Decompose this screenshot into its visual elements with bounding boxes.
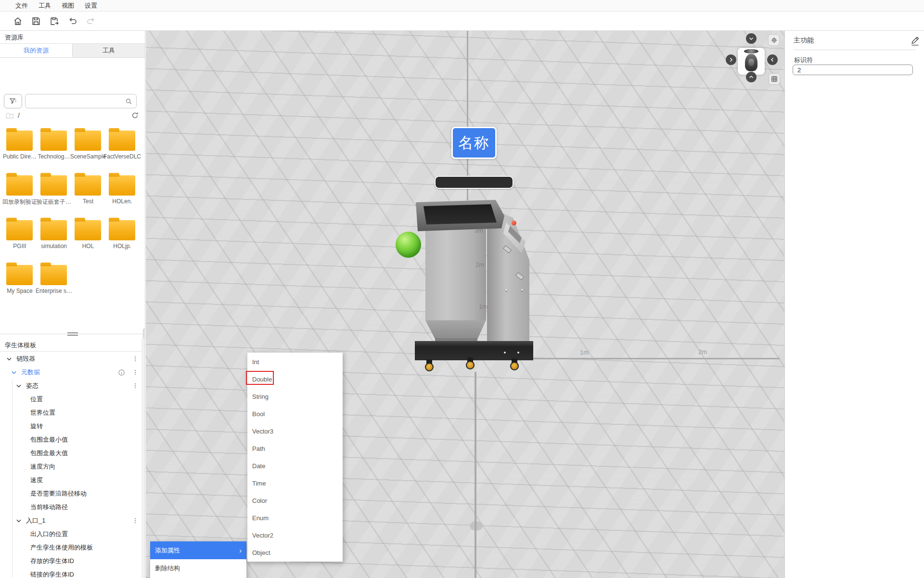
tree-item[interactable]: 速度方向 <box>0 460 145 473</box>
kebab-menu-icon[interactable] <box>132 369 139 376</box>
redo-button[interactable] <box>85 15 97 27</box>
tree-item[interactable]: 产生孪生体使用的模板 <box>0 541 145 554</box>
locate-button[interactable] <box>769 35 779 45</box>
rotate-up-button[interactable] <box>746 72 757 82</box>
folder-item[interactable]: FactVerseDLC <box>105 125 139 170</box>
folder-item[interactable]: SceneSample <box>71 125 105 170</box>
tree-item[interactable]: 入口_1 <box>0 514 145 527</box>
context-menu-item-label: 删除结构 <box>155 564 180 573</box>
search-input[interactable] <box>29 95 123 107</box>
refresh-button[interactable] <box>131 111 139 119</box>
folder-icon <box>75 175 101 196</box>
chevron-down-icon <box>748 36 754 41</box>
tab-1[interactable]: 我的资源 <box>0 44 72 57</box>
save-as-button[interactable] <box>49 15 60 27</box>
type-menu-item-time[interactable]: Time <box>247 474 343 492</box>
type-menu-item-bool[interactable]: Bool <box>247 405 343 422</box>
type-menu-item-object[interactable]: Object <box>247 544 343 561</box>
filter-icon <box>9 97 17 105</box>
tree-item[interactable]: 姿态 <box>0 379 145 393</box>
breadcrumb-path[interactable]: / <box>18 112 20 119</box>
folder-item[interactable]: PGIII <box>2 215 37 260</box>
folder-item[interactable]: My Space <box>2 260 37 304</box>
folder-item[interactable]: HOLjp. <box>105 215 139 260</box>
green-sphere[interactable] <box>396 232 421 258</box>
rotate-down-button[interactable] <box>746 33 757 44</box>
grid-icon <box>771 76 778 82</box>
tree-item[interactable]: 包围盒最大值 <box>0 447 145 460</box>
folder-item[interactable]: 回放录制验证 <box>2 170 37 215</box>
context-menu-item[interactable]: 添加属性› <box>150 541 246 559</box>
tree-item-label: 产生孪生体使用的模板 <box>30 543 93 552</box>
tree-item[interactable]: 是否需要沿路径移动 <box>0 487 145 500</box>
machine-funnel <box>425 319 486 339</box>
tree-item[interactable]: 世界位置 <box>0 406 145 420</box>
machine-model[interactable]: 3m 2m 1m <box>413 197 537 375</box>
folder-item[interactable]: Enterprise s… <box>37 260 71 304</box>
type-menu-item-vector3[interactable]: Vector3 <box>247 422 343 440</box>
tree-item[interactable]: 元数据 <box>0 366 145 379</box>
application-window: 文件工具视图设置 资源库 我的资源工具 <box>0 0 924 578</box>
splitter-handle-icon <box>67 332 78 336</box>
kebab-menu-icon[interactable] <box>132 517 139 524</box>
type-menu-item-vector2[interactable]: Vector2 <box>247 526 343 544</box>
context-menu-item[interactable]: 删除结构 <box>150 559 246 577</box>
undo-button[interactable] <box>67 15 78 27</box>
folder-item[interactable]: simulation <box>37 215 71 260</box>
folder-item[interactable]: Public Dire… <box>2 125 37 170</box>
navigation-cube[interactable] <box>738 48 765 75</box>
machine-body <box>425 226 486 320</box>
entity-name-sign[interactable]: 名称 <box>451 127 497 159</box>
type-menu-item-string[interactable]: String <box>247 388 343 405</box>
save-icon <box>31 16 41 26</box>
folder-item[interactable]: HOLen. <box>105 170 139 215</box>
tree-item-label: 是否需要沿路径移动 <box>30 489 87 498</box>
type-menu-item-double[interactable]: Double <box>247 370 343 388</box>
folder-item[interactable]: 验证嵌套子… <box>37 170 71 215</box>
tree-item[interactable]: 位置 <box>0 393 145 406</box>
grid-view-button[interactable] <box>769 74 780 84</box>
identifier-input[interactable] <box>793 65 913 75</box>
folder-item[interactable]: Technolog… <box>37 125 71 170</box>
home-button[interactable] <box>12 15 24 27</box>
type-menu-item-int[interactable]: Int <box>247 353 343 370</box>
tree-item[interactable]: 旋转 <box>0 420 145 433</box>
folder-grid: Public Dire…Technolog…SceneSampleFactVer… <box>2 125 145 329</box>
tree-item[interactable]: 链接的孪生体ID <box>0 568 145 578</box>
type-menu-item-path[interactable]: Path <box>247 440 343 457</box>
panel-splitter[interactable] <box>0 334 145 338</box>
tree-item[interactable]: 包围盒最小值 <box>0 433 145 447</box>
template-panel-title: 孪生体模板 <box>0 339 145 352</box>
save-button[interactable] <box>30 15 42 27</box>
folder-item[interactable]: Test <box>71 170 105 215</box>
rotate-right-button[interactable] <box>726 54 736 65</box>
type-menu-item-date[interactable]: Date <box>247 457 343 474</box>
folder-up-icon[interactable] <box>6 112 14 119</box>
folder-item[interactable]: HOL <box>71 215 105 260</box>
rotate-left-button[interactable] <box>767 54 778 65</box>
menu-1[interactable]: 文件 <box>10 1 33 10</box>
tree-item[interactable]: 当前移动路径 <box>0 500 145 514</box>
floor-axis-label-2m: 2m <box>698 348 707 355</box>
filter-button[interactable] <box>4 94 22 108</box>
kebab-menu-icon[interactable] <box>132 355 139 362</box>
tree-item[interactable]: 出入口的位置 <box>0 527 145 541</box>
menu-3[interactable]: 视图 <box>56 1 79 10</box>
type-menu-item-color[interactable]: Color <box>247 492 343 509</box>
viewport-3d[interactable]: 1m 2m 3m 2m 1m <box>146 31 784 578</box>
folder-label: FactVerseDLC <box>102 153 142 160</box>
edit-button[interactable] <box>910 36 920 46</box>
tab-2[interactable]: 工具 <box>72 44 145 57</box>
menu-4[interactable]: 设置 <box>79 1 103 10</box>
search-icon[interactable] <box>125 97 133 105</box>
entity-name-bar[interactable] <box>435 176 513 189</box>
tree-scrollbar-track[interactable] <box>141 339 145 578</box>
tree-item[interactable]: 速度 <box>0 473 145 487</box>
type-menu-item-enum[interactable]: Enum <box>247 509 343 526</box>
menu-2[interactable]: 工具 <box>33 1 56 10</box>
kebab-menu-icon[interactable] <box>132 382 139 389</box>
tree-item-label: 位置 <box>30 395 43 404</box>
info-icon[interactable] <box>118 369 125 376</box>
tree-item[interactable]: 销毁器 <box>0 352 145 366</box>
tree-item[interactable]: 存放的孪生体ID <box>0 554 145 568</box>
